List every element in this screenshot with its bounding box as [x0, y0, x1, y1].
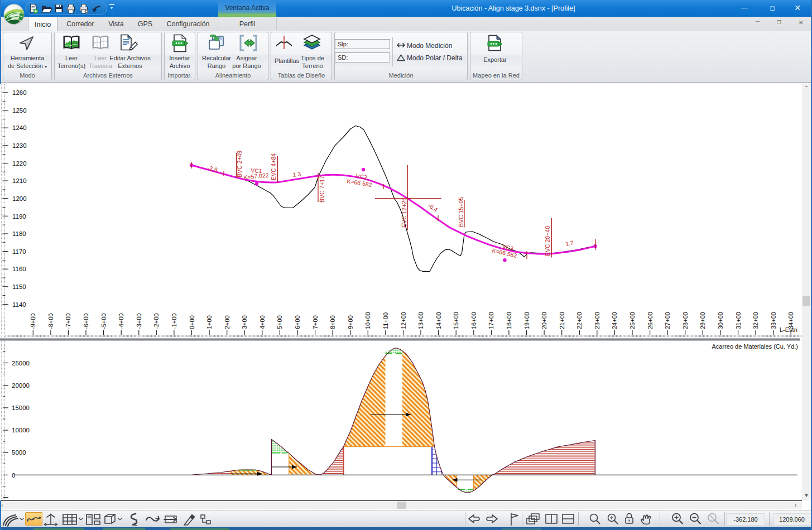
svg-text:25000: 25000: [12, 360, 30, 367]
svg-text:BVC 15+05: BVC 15+05: [458, 197, 464, 227]
svg-text:12+00: 12+00: [400, 312, 407, 329]
svg-text:L-Estn: L-Estn: [780, 326, 797, 333]
svg-text:24+00: 24+00: [611, 312, 618, 329]
svg-text:10000: 10000: [12, 427, 30, 433]
svg-text:10+00: 10+00: [364, 312, 371, 329]
svg-text:27+00: 27+00: [664, 312, 671, 329]
svg-text:5+00: 5+00: [276, 315, 283, 329]
svg-text:29+00: 29+00: [699, 312, 706, 329]
svg-text:17+00: 17+00: [488, 312, 494, 329]
svg-text:16+00: 16+00: [470, 312, 477, 329]
svg-text:9+00: 9+00: [347, 315, 354, 329]
svg-text:20+00: 20+00: [541, 312, 547, 329]
svg-text:1220: 1220: [12, 160, 27, 167]
svg-text:1+00: 1+00: [206, 315, 213, 329]
svg-text:1250: 1250: [12, 107, 27, 114]
svg-text:1.7: 1.7: [565, 239, 574, 247]
svg-text:-1+00: -1+00: [171, 314, 177, 329]
svg-text:30+00: 30+00: [717, 312, 724, 329]
svg-text:15+00: 15+00: [453, 312, 459, 329]
svg-text:-4+00: -4+00: [118, 314, 124, 329]
svg-text:-8+00: -8+00: [47, 314, 54, 329]
svg-text:-2+00: -2+00: [153, 314, 160, 329]
svg-text:EVC 12+26: EVC 12+26: [401, 197, 407, 228]
svg-text:20000: 20000: [12, 382, 30, 389]
svg-text:18+00: 18+00: [506, 312, 512, 329]
svg-text:-6+00: -6+00: [83, 314, 89, 329]
svg-text:1210: 1210: [12, 177, 27, 184]
svg-text:1170: 1170: [12, 248, 26, 255]
svg-text:26+00: 26+00: [647, 312, 654, 329]
svg-text:2+00: 2+00: [224, 315, 230, 329]
svg-text:25+00: 25+00: [629, 312, 636, 329]
svg-text:0+00: 0+00: [189, 315, 195, 329]
svg-text:1200: 1200: [12, 195, 27, 202]
svg-text:22+00: 22+00: [576, 312, 583, 329]
svg-text:11+00: 11+00: [382, 312, 389, 329]
svg-text:8+00: 8+00: [329, 315, 336, 329]
svg-text:15000: 15000: [12, 404, 30, 411]
svg-text:-3+00: -3+00: [136, 314, 142, 329]
svg-text:31+00: 31+00: [735, 312, 742, 329]
svg-text:BVC 7+17: BVC 7+17: [319, 176, 325, 203]
svg-text:13+00: 13+00: [417, 312, 424, 329]
svg-text:3+00: 3+00: [241, 315, 248, 329]
svg-text:-5+00: -5+00: [100, 314, 107, 329]
svg-text:EVC 20+40: EVC 20+40: [544, 226, 551, 256]
svg-text:6+00: 6+00: [294, 315, 301, 329]
svg-text:7+00: 7+00: [312, 315, 319, 329]
svg-text:1230: 1230: [12, 142, 27, 149]
svg-text:4+00: 4+00: [259, 315, 266, 329]
svg-text:1240: 1240: [12, 124, 27, 131]
svg-text:1260: 1260: [12, 89, 27, 96]
svg-text:1160: 1160: [12, 266, 26, 272]
svg-text:-9+00: -9+00: [30, 314, 36, 329]
svg-text:1150: 1150: [12, 283, 26, 290]
svg-text:-7+00: -7+00: [65, 314, 71, 329]
svg-text:32+00: 32+00: [752, 312, 759, 329]
svg-text:28+00: 28+00: [682, 312, 689, 329]
svg-text:33+00: 33+00: [770, 312, 777, 329]
svg-text:14+00: 14+00: [435, 312, 442, 329]
svg-text:19+00: 19+00: [523, 312, 530, 329]
svg-text:Acarreo de Materiales (Cu. Yd.: Acarreo de Materiales (Cu. Yd.): [712, 343, 798, 350]
svg-text:EVC 4+84: EVC 4+84: [270, 153, 277, 180]
svg-text:BVC 2+49: BVC 2+49: [236, 151, 243, 177]
svg-text:21+00: 21+00: [559, 312, 565, 329]
svg-text:23+00: 23+00: [594, 312, 600, 329]
svg-text:1190: 1190: [12, 213, 26, 220]
svg-text:5000: 5000: [12, 449, 26, 456]
svg-text:1180: 1180: [12, 230, 26, 237]
svg-text:1140: 1140: [12, 301, 26, 308]
svg-text:1.3: 1.3: [292, 170, 301, 178]
